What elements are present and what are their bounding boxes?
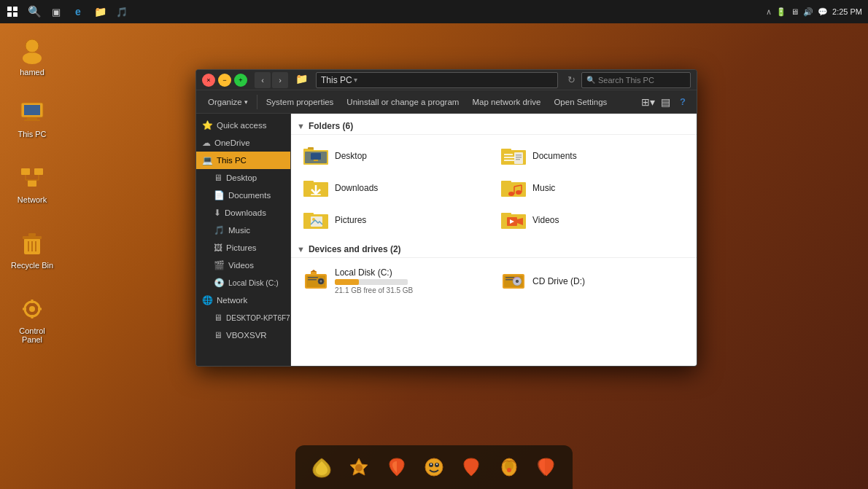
local-disk-label: Local Disk (C:) [335,267,413,278]
svg-rect-10 [24,120,40,121]
dock-item-4[interactable] [419,451,448,483]
drive-item-c[interactable]: Local Disk (C:) 21.1 GB free of 31.5 GB [297,264,493,298]
close-button[interactable]: × [202,74,215,87]
system-properties-button[interactable]: System properties [260,93,340,111]
map-drive-button[interactable]: Map network drive [466,93,546,111]
videos-sidebar-icon: 🎬 [214,260,225,270]
svg-rect-26 [31,300,34,303]
desktop-icon-network[interactable]: Network [6,160,58,207]
search-placeholder: Search This PC [598,76,654,85]
folders-section-title: Folders (6) [309,121,353,131]
desktop-icon-control-panel[interactable]: ControlPanel [6,292,58,347]
pictures-item-label: Pictures [335,215,366,225]
folders-section-header[interactable]: ▼ Folders (6) [291,118,697,135]
svg-point-5 [23,52,42,64]
sidebar-item-music[interactable]: 🎵 Music [208,222,290,239]
address-dropdown-icon[interactable]: ▾ [354,76,364,84]
sidebar-item-desktop[interactable]: 🖥 Desktop [208,169,290,187]
svg-point-68 [320,281,322,282]
svg-rect-50 [501,181,511,184]
view-options-button[interactable]: ⊞▾ [640,94,656,110]
desktop-icon-recycle-bin[interactable]: Recycle Bin [6,226,58,273]
drive-item-d[interactable]: CD Drive (D:) [495,264,691,298]
documents-folder-icon [500,144,527,168]
drives-section-header[interactable]: ▼ Devices and drives (2) [291,241,697,258]
sidebar-item-local-disk[interactable]: 💿 Local Disk (C:) [208,274,290,292]
taskbar-search[interactable]: 🔍 [25,2,44,21]
sidebar-item-downloads[interactable]: ⬇ Downloads [208,204,290,222]
back-button[interactable]: ‹ [255,72,271,88]
folder-item-music[interactable]: Music [495,173,691,203]
maximize-button[interactable]: + [234,74,247,87]
folder-item-desktop[interactable]: Desktop [297,141,493,171]
organize-button[interactable]: Organize ▾ [202,93,254,111]
forward-button[interactable]: › [272,72,288,88]
nav-arrows: ‹ › [255,72,288,88]
documents-sidebar-icon: 📄 [214,190,225,200]
sidebar-item-network[interactable]: 🌐 Network [196,292,290,309]
svg-rect-78 [505,277,514,278]
search-bar[interactable]: 🔍 Search This PC [581,72,691,88]
dock-item-5[interactable] [457,451,486,483]
toolbar: Organize ▾ System properties Uninstall o… [196,90,697,114]
dock-item-2[interactable] [344,451,373,483]
svg-rect-70 [308,279,317,281]
sidebar-item-pictures[interactable]: 🖼 Pictures [208,239,290,257]
svg-rect-12 [34,168,43,175]
sidebar-item-quick-access[interactable]: ⭐ Quick access [196,117,290,134]
taskbar-media[interactable]: 🎵 [112,2,131,21]
svg-marker-72 [311,270,317,272]
sidebar-item-onedrive[interactable]: ☁ OneDrive [196,134,290,152]
sidebar-item-this-pc[interactable]: 💻 This PC [196,152,290,169]
folder-item-pictures[interactable]: Pictures [297,205,493,235]
taskbar-systray: ∧ [766,7,772,17]
network-label: Network [18,195,47,204]
svg-rect-44 [516,159,520,160]
desktop-sidebar-icon: 🖥 [214,173,222,183]
svg-rect-27 [31,315,34,318]
address-bar[interactable]: This PC ▾ [316,72,558,88]
downloads-item-label: Downloads [335,183,378,193]
refresh-button[interactable]: ↻ [564,73,578,87]
downloads-sidebar-icon: ⬇ [214,208,221,218]
svg-rect-35 [314,160,318,161]
sidebar-item-videos[interactable]: 🎬 Videos [208,257,290,274]
sidebar-item-vboxsvr[interactable]: 🖥 VBOXSVR [208,326,290,344]
taskbar-edge[interactable]: e [69,2,88,21]
dock-item-7[interactable] [532,451,561,483]
desktop-icon-hamed[interactable]: hamed [6,33,58,79]
taskbar-task-view[interactable]: ▣ [47,2,66,21]
taskbar-volume: 🔊 [803,7,813,17]
local-disk-info: Local Disk (C:) 21.1 GB free of 31.5 GB [335,267,413,294]
sidebar-item-documents[interactable]: 📄 Documents [208,187,290,204]
sidebar: ⭐ Quick access ☁ OneDrive 💻 This PC 🖥 De… [196,114,291,366]
dock-item-1[interactable] [307,451,336,483]
folder-item-documents[interactable]: Documents [495,141,691,171]
explorer-window: × − + ‹ › 📁 This PC ▾ ↻ 🔍 Search This PC… [195,69,697,367]
svg-point-51 [508,192,514,196]
pictures-folder-icon [303,208,329,232]
cd-drive-label: CD Drive (D:) [532,276,585,286]
cd-drive-icon [500,270,527,293]
svg-rect-29 [38,308,42,310]
pane-button[interactable]: ▤ [657,94,673,110]
dock-item-6[interactable] [495,451,523,483]
uninstall-button[interactable]: Uninstall or change a program [341,93,465,111]
taskbar-explorer[interactable]: 📁 [90,2,109,21]
sidebar-item-desktop-kpt6f75[interactable]: 🖥 DESKTOP-KPT6F75 [208,309,290,326]
dock-item-3[interactable] [382,451,411,483]
svg-rect-0 [7,7,12,11]
folder-item-videos[interactable]: Videos [495,205,691,235]
start-button[interactable] [3,2,22,21]
music-folder-icon [500,176,527,200]
minimize-button[interactable]: − [218,74,231,87]
svg-rect-19 [23,236,42,239]
help-button[interactable]: ? [675,94,691,110]
svg-rect-40 [504,160,514,161]
sidebar-network-sub: 🖥 DESKTOP-KPT6F75 🖥 VBOXSVR [196,309,290,344]
toolbar-separator-1 [257,95,257,109]
open-settings-button[interactable]: Open Settings [548,93,613,111]
network-pc-icon-2: 🖥 [214,330,222,340]
folder-item-downloads[interactable]: Downloads [297,173,493,203]
desktop-icon-this-pc[interactable]: This PC [6,95,58,141]
